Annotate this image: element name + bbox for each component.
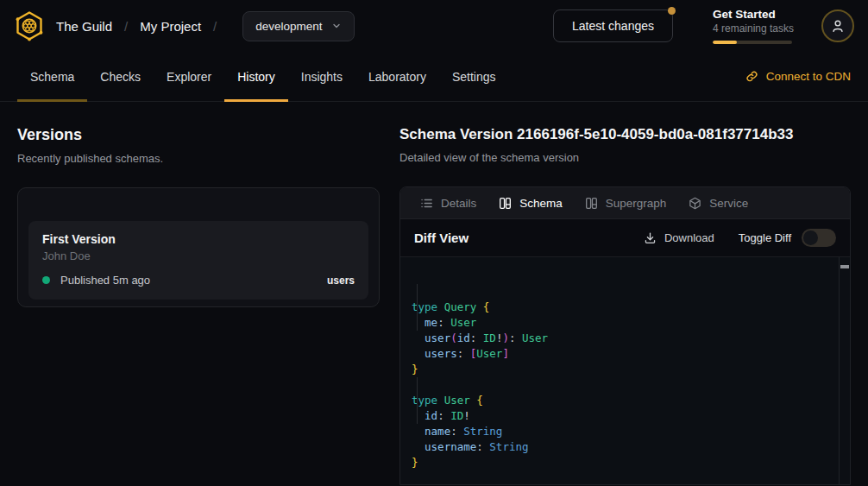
detail-tab-label: Supergraph (606, 197, 667, 210)
detail-tab-schema[interactable]: Schema (487, 187, 574, 218)
nav-tab-history[interactable]: History (224, 52, 288, 101)
cube-icon (689, 197, 701, 210)
code-line: } (412, 455, 827, 470)
breadcrumb-separator: / (213, 19, 217, 34)
schema-code-viewer[interactable]: type Query { me: User user(id: ID!): Use… (400, 257, 850, 484)
user-menu-button[interactable] (821, 9, 854, 42)
versions-panel: Versions Recently published schemas. Fir… (17, 126, 380, 485)
toggle-diff-group: Toggle Diff (739, 229, 836, 247)
code-line: me: User (412, 315, 827, 331)
version-list-item[interactable]: First Version John Doe Published 5m ago … (28, 221, 368, 300)
columns-icon (585, 197, 598, 210)
get-started-subtitle: 4 remaining tasks (713, 22, 792, 35)
nav-tab-settings[interactable]: Settings (439, 52, 509, 101)
primary-nav-tabs: SchemaChecksExplorerHistoryInsightsLabor… (17, 52, 509, 101)
org-breadcrumb[interactable]: The Guild (56, 19, 112, 34)
published-status-dot (42, 276, 50, 284)
link-icon (745, 70, 758, 83)
detail-tab-label: Service (709, 197, 748, 210)
indent-guide (417, 377, 418, 424)
version-author: John Doe (42, 249, 355, 262)
detail-tab-label: Schema (519, 197, 563, 210)
code-lines: type Query { me: User user(id: ID!): Use… (412, 300, 827, 470)
latest-changes-button[interactable]: Latest changes (553, 9, 673, 42)
version-detail-panel: Schema Version 2166196f-5e10-4059-bd0a-0… (399, 126, 851, 485)
download-label: Download (664, 231, 714, 244)
version-meta-row: Published 5m ago users (42, 274, 355, 287)
get-started-title: Get Started (713, 8, 792, 21)
diff-toolbar: Diff View Download Toggle Diff (400, 219, 850, 257)
code-line: type User { (412, 393, 827, 408)
code-line: id: ID! (412, 408, 827, 424)
version-detail-subtitle: Detailed view of the schema version (399, 151, 851, 164)
download-icon (644, 231, 657, 244)
get-started-progress-fill (713, 41, 737, 44)
hive-logo-icon[interactable] (14, 10, 45, 41)
chevron-down-icon (331, 21, 342, 31)
nav-tab-explorer[interactable]: Explorer (154, 52, 224, 101)
detail-tab-details[interactable]: Details (409, 187, 487, 218)
nav-tab-schema[interactable]: Schema (17, 52, 87, 101)
detail-tab-supergraph[interactable]: Supergraph (574, 187, 678, 218)
download-button[interactable]: Download (644, 231, 714, 244)
primary-nav: SchemaChecksExplorerHistoryInsightsLabor… (0, 52, 868, 102)
version-detail-title: Schema Version 2166196f-5e10-4059-bd0a-0… (399, 126, 851, 143)
version-status: Published 5m ago (60, 274, 150, 287)
connect-to-cdn-button[interactable]: Connect to CDN (745, 52, 851, 101)
code-line (412, 377, 827, 393)
versions-card: First Version John Doe Published 5m ago … (17, 187, 380, 307)
project-breadcrumb[interactable]: My Project (140, 19, 201, 34)
target-select[interactable]: development (242, 11, 354, 41)
toggle-knob (803, 230, 818, 245)
version-name: First Version (42, 232, 355, 246)
code-line: users: [User] (412, 346, 827, 362)
diff-actions: Download Toggle Diff (644, 229, 836, 247)
code-scrollbar[interactable] (839, 257, 850, 484)
app-header: The Guild / My Project / development Lat… (0, 0, 868, 52)
latest-changes-wrap: Latest changes (553, 9, 673, 42)
list-icon (420, 197, 433, 210)
versions-title: Versions (17, 126, 380, 144)
toggle-diff-label: Toggle Diff (739, 231, 791, 244)
get-started-progressbar (713, 41, 792, 44)
get-started-widget[interactable]: Get Started 4 remaining tasks (713, 8, 792, 44)
user-icon (830, 18, 846, 34)
code-scrollbar-thumb[interactable] (840, 265, 849, 268)
diff-view-title: Diff View (414, 230, 469, 245)
main-content: Versions Recently published schemas. Fir… (0, 102, 868, 485)
schema-view-tabs: DetailsSchemaSupergraphService (400, 187, 850, 219)
code-line: user(id: ID!): User (412, 331, 827, 346)
code-line: name: String (412, 424, 827, 439)
breadcrumb-separator: / (124, 19, 128, 34)
nav-tab-checks[interactable]: Checks (87, 52, 154, 101)
detail-tab-service[interactable]: Service (677, 187, 759, 218)
columns-icon (499, 197, 512, 210)
code-line: type Query { (412, 300, 827, 315)
nav-tab-insights[interactable]: Insights (288, 52, 355, 101)
target-select-value: development (255, 20, 322, 33)
toggle-diff-switch[interactable] (802, 229, 836, 247)
service-name-badge: users (327, 275, 355, 287)
notification-dot (668, 7, 676, 15)
code-line: username: String (412, 439, 827, 455)
connect-to-cdn-label: Connect to CDN (766, 70, 851, 83)
detail-tab-label: Details (441, 197, 476, 210)
schema-view-card: DetailsSchemaSupergraphService Diff View… (399, 186, 851, 485)
indent-guide (417, 284, 418, 331)
code-line: } (412, 362, 827, 377)
versions-subtitle: Recently published schemas. (17, 152, 380, 165)
nav-tab-laboratory[interactable]: Laboratory (355, 52, 439, 101)
